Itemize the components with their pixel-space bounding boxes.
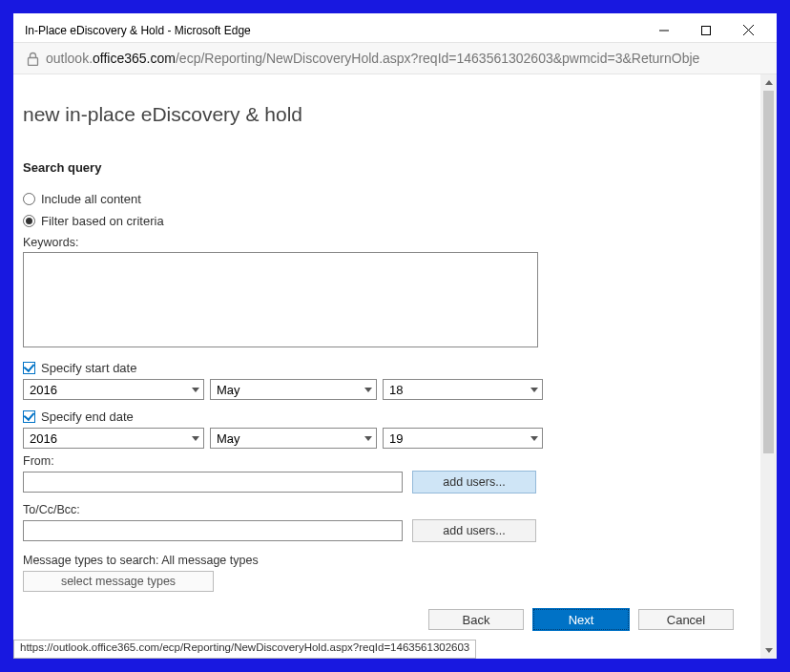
checkbox-icon <box>23 362 35 374</box>
radio-label: Include all content <box>41 192 141 206</box>
chevron-down-icon <box>364 388 372 392</box>
maximize-button[interactable] <box>685 19 727 42</box>
chevron-down-icon <box>192 388 199 392</box>
window-title: In-Place eDiscovery & Hold - Microsoft E… <box>25 24 643 37</box>
radio-filter-criteria[interactable]: Filter based on criteria <box>23 214 751 228</box>
message-types-row: Message types to search: All message typ… <box>23 554 751 567</box>
chevron-down-icon <box>765 648 773 653</box>
next-button[interactable]: Next <box>533 609 629 630</box>
section-heading: Search query <box>23 160 751 175</box>
add-users-from-button[interactable]: add users... <box>412 471 536 494</box>
content-wrap: new in-place eDiscovery & hold Search qu… <box>13 74 777 659</box>
end-date-row: 2016 May 19 <box>23 428 751 449</box>
radio-icon <box>23 193 35 205</box>
wizard-footer: Back Next Cancel <box>428 609 734 630</box>
add-users-to-button[interactable]: add users... <box>412 519 536 542</box>
back-button[interactable]: Back <box>428 609 524 630</box>
checkbox-label: Specify end date <box>41 410 134 424</box>
svg-rect-4 <box>28 57 37 65</box>
vertical-scrollbar[interactable] <box>760 74 777 659</box>
scroll-thumb[interactable] <box>763 91 774 453</box>
lock-icon <box>19 52 46 66</box>
radio-include-all[interactable]: Include all content <box>23 192 751 206</box>
to-label: To/Cc/Bcc: <box>23 503 751 516</box>
chevron-up-icon <box>765 80 773 85</box>
end-month-select[interactable]: May <box>210 428 377 449</box>
keywords-label: Keywords: <box>23 236 751 249</box>
radio-label: Filter based on criteria <box>41 214 164 228</box>
close-button[interactable] <box>727 19 769 42</box>
chevron-down-icon <box>192 436 199 441</box>
from-label: From: <box>23 454 751 468</box>
cancel-button[interactable]: Cancel <box>638 609 734 630</box>
start-date-row: 2016 May 18 <box>23 379 751 400</box>
chevron-down-icon <box>530 388 538 392</box>
chevron-down-icon <box>364 436 372 441</box>
url-text: outlook.office365.com/ecp/Reporting/NewD… <box>46 51 771 66</box>
keywords-input[interactable] <box>23 252 538 347</box>
checkbox-icon <box>23 410 35 423</box>
to-input[interactable] <box>23 520 403 541</box>
specify-end-checkbox[interactable]: Specify end date <box>23 410 751 424</box>
select-message-types-button[interactable]: select message types <box>23 571 214 592</box>
app-window: In-Place eDiscovery & Hold - Microsoft E… <box>13 13 777 659</box>
from-input[interactable] <box>23 472 403 493</box>
scroll-down-button[interactable] <box>760 642 777 659</box>
page-title: new in-place eDiscovery & hold <box>23 103 751 126</box>
svg-rect-1 <box>702 26 711 34</box>
content: new in-place eDiscovery & hold Search qu… <box>13 74 760 659</box>
status-bar: https://outlook.office365.com/ecp/Report… <box>13 640 476 659</box>
chevron-down-icon <box>530 436 538 441</box>
start-day-select[interactable]: 18 <box>383 379 543 400</box>
checkbox-label: Specify start date <box>41 361 136 375</box>
end-year-select[interactable]: 2016 <box>23 428 204 449</box>
radio-icon <box>23 215 35 227</box>
end-day-select[interactable]: 19 <box>383 428 543 449</box>
start-year-select[interactable]: 2016 <box>23 379 204 400</box>
start-month-select[interactable]: May <box>210 379 377 400</box>
specify-start-checkbox[interactable]: Specify start date <box>23 361 751 375</box>
titlebar: In-Place eDiscovery & Hold - Microsoft E… <box>13 13 777 42</box>
window-controls <box>643 19 769 42</box>
minimize-button[interactable] <box>643 19 685 42</box>
address-bar[interactable]: outlook.office365.com/ecp/Reporting/NewD… <box>13 42 777 74</box>
scroll-up-button[interactable] <box>760 74 777 91</box>
